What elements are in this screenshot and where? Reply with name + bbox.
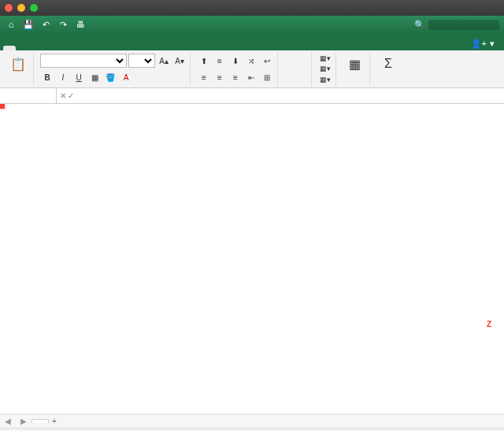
tab-draw[interactable] (28, 46, 41, 50)
tab-data[interactable] (66, 46, 79, 50)
font-name-select[interactable] (40, 54, 127, 68)
cell-styles-button[interactable]: ▦ ▾ (318, 75, 332, 84)
minimize-window[interactable] (17, 4, 25, 12)
font-size-select[interactable] (128, 54, 155, 68)
paste-button[interactable]: 📋 (6, 54, 30, 75)
tab-view[interactable] (91, 46, 104, 50)
orientation-icon[interactable]: ⤭ (244, 54, 258, 68)
align-middle-icon[interactable]: ≡ (213, 54, 227, 68)
home-icon[interactable]: ⌂ (5, 18, 17, 31)
merge-button[interactable]: ⊞ (260, 70, 274, 84)
confirm-fx-icon[interactable]: ✓ (68, 91, 74, 100)
save-icon[interactable]: 💾 (22, 18, 35, 31)
percent-icon (287, 55, 305, 72)
bold-button[interactable]: B (40, 70, 54, 84)
search-input[interactable] (428, 20, 499, 30)
print-icon[interactable]: 🖶 (74, 18, 87, 31)
fill-color-button[interactable]: 🪣 (103, 70, 117, 84)
increase-font-icon[interactable]: A▴ (157, 54, 171, 68)
format-as-table-button[interactable]: ▦ ▾ (318, 64, 332, 73)
tab-review[interactable] (79, 46, 91, 50)
maximize-window[interactable] (30, 4, 38, 12)
align-top-icon[interactable]: ⬆ (197, 54, 211, 68)
tab-formulas[interactable] (54, 46, 66, 50)
close-window[interactable] (5, 4, 13, 12)
cells-group-button[interactable]: ▦ (343, 54, 366, 75)
number-format-button[interactable] (284, 54, 308, 75)
clipboard-icon: 📋 (9, 55, 27, 72)
align-bottom-icon[interactable]: ⬇ (228, 54, 243, 68)
redo-icon[interactable]: ↷ (57, 18, 69, 31)
font-color-button[interactable]: A (119, 70, 133, 84)
align-center-icon[interactable]: ≡ (213, 70, 227, 84)
tab-page-layout[interactable] (41, 46, 54, 50)
cells-icon: ▦ (346, 55, 363, 72)
sheet-nav-next[interactable]: ▶ (16, 417, 32, 425)
indent-dec-icon[interactable]: ⇤ (244, 70, 258, 84)
cancel-fx-icon[interactable]: ✕ (60, 91, 66, 100)
underline-button[interactable]: U (72, 70, 86, 84)
search-icon: 🔍 (414, 20, 425, 30)
share-button[interactable]: 👤+ ▾ (466, 37, 499, 50)
add-sheet-button[interactable]: + (49, 417, 60, 425)
sheet-tab[interactable] (32, 419, 49, 423)
italic-button[interactable]: I (56, 70, 70, 84)
name-box[interactable] (0, 88, 57, 103)
tab-insert[interactable] (16, 46, 28, 50)
sheet-nav-prev[interactable]: ◀ (0, 417, 16, 425)
editing-icon: Σ (380, 55, 397, 72)
border-button[interactable]: ▦ (87, 70, 102, 84)
wrap-text-icon[interactable]: ↩ (260, 54, 274, 68)
editing-group-button[interactable]: Σ (376, 54, 400, 75)
watermark: Z (487, 320, 495, 329)
align-left-icon[interactable]: ≡ (197, 70, 211, 84)
conditional-formatting-button[interactable]: ▦ ▾ (318, 54, 332, 63)
decrease-font-icon[interactable]: A▾ (172, 54, 187, 68)
undo-icon[interactable]: ↶ (39, 18, 52, 31)
align-right-icon[interactable]: ≡ (228, 70, 243, 84)
tab-home[interactable] (3, 46, 16, 50)
